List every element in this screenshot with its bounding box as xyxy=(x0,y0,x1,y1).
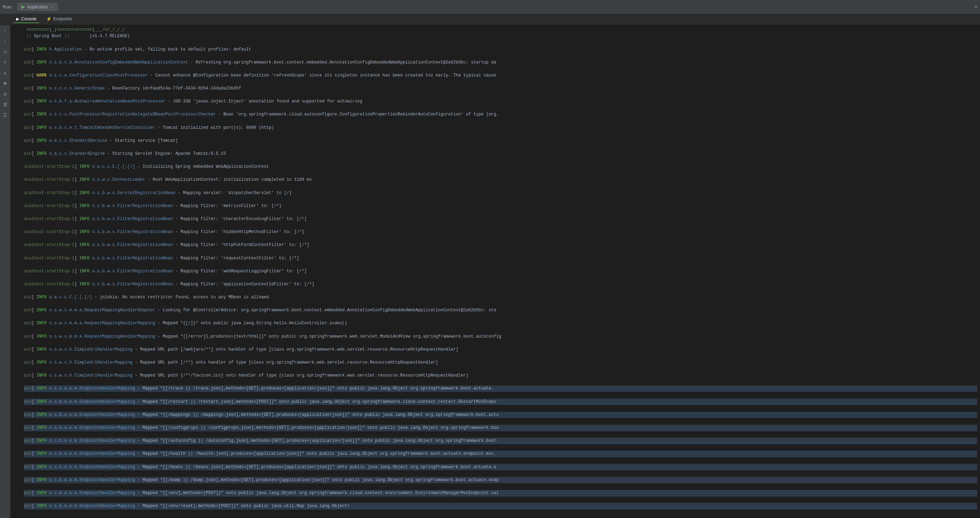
log-line: ocalhost-startStop-1] INFO o.s.b.w.s.Fil… xyxy=(24,281,977,288)
log-line: ain] INFO o.s.b.a.e.m.EndpointHandlerMap… xyxy=(24,451,977,457)
run-label: Run: xyxy=(3,4,12,10)
log-line: ain] WARN o.s.c.a.ConfigurationClassPost… xyxy=(24,72,977,79)
title-bar-left: Run: ▶ Application × xyxy=(3,3,58,11)
log-line: ain] INFO o.a.c.c.C.[.[.[/] - jolokia: N… xyxy=(24,294,977,301)
log-line: ain] INFO o.s.w.s.h.SimpleUrlHandlerMapp… xyxy=(24,359,977,366)
title-bar: Run: ▶ Application × ⚙ xyxy=(0,0,980,14)
log-line: ocalhost-startStop-1] INFO o.s.w.c.Conte… xyxy=(24,177,977,183)
log-line: ocalhost-startStop-1] INFO o.s.b.w.s.Ser… xyxy=(24,190,977,196)
log-line: ain] INFO o.s.c.s.PostProcessorRegistrat… xyxy=(24,111,977,118)
log-line: ain] INFO o.s.w.s.h.SimpleUrlHandlerMapp… xyxy=(24,372,977,379)
log-line: ain] INFO o.s.b.a.e.m.EndpointHandlerMap… xyxy=(24,398,977,405)
endpoints-tab[interactable]: ⚡ Endpoints xyxy=(43,16,75,23)
unfold-button[interactable]: ⇅ xyxy=(2,69,9,77)
log-line: ain] INFO o.s.b.a.e.m.EndpointHandlerMap… xyxy=(24,412,977,418)
console-tab[interactable]: ▶ Console xyxy=(13,16,39,23)
log-line: ain] INFO o.s.c.c.s.GenericScope - BeanF… xyxy=(24,85,977,92)
scroll-up-button[interactable]: ↑ xyxy=(2,27,9,35)
console-tab-icon: ▶ xyxy=(16,16,19,21)
log-line: ain] INFO o.a.c.c.StandardService - Star… xyxy=(24,137,977,144)
main-area: ↑ ↓ ⊙ ≡ ⇅ ■ ⊞ 🗑 ☰ . ____ _ __ _ _ /\\ / … xyxy=(0,25,980,518)
log-line: ocalhost-startStop-1] INFO o.s.b.w.s.Fil… xyxy=(24,255,977,262)
log-line: ain] INFO o.s.b.a.e.m.EndpointHandlerMap… xyxy=(24,425,977,431)
log-line: ocalhost-startStop-1] INFO o.s.b.w.s.Fil… xyxy=(24,216,977,223)
left-toolbar: ↑ ↓ ⊙ ≡ ⇅ ■ ⊞ 🗑 ☰ xyxy=(0,25,11,518)
log-line: ocalhost-startStop-1] INFO o.s.b.w.s.Fil… xyxy=(24,242,977,249)
log-line: ain] INFO o.s.b.a.e.m.EndpointHandlerMap… xyxy=(24,503,977,510)
log-line: ain] INFO o.s.b.a.e.m.EndpointHandlerMap… xyxy=(24,438,977,444)
log-line: ain] INFO o.s.w.s.m.m.a.RequestMappingHa… xyxy=(24,307,977,314)
clear-button[interactable]: 🗑 xyxy=(2,101,9,108)
scroll-down-button[interactable]: ↓ xyxy=(2,38,9,45)
console-tab-label: Console xyxy=(21,16,37,21)
log-line: ain] INFO o.s.b.c.e.AnnotationConfigEmbe… xyxy=(24,59,977,66)
log-line: ain] INFO o.s.b.a.e.m.EndpointHandlerMap… xyxy=(24,385,977,392)
log-line: ocalhost-startStop-1] INFO o.a.c.c.C.[.[… xyxy=(24,164,977,170)
settings-icon[interactable]: ⚙ xyxy=(975,4,977,10)
log-line: ocalhost-startStop-1] INFO o.s.b.w.s.Fil… xyxy=(24,203,977,209)
app-tab-label: Application xyxy=(27,5,48,10)
log-line: ain] INFO o.s.b.f.a.AutowiredAnnotationB… xyxy=(24,98,977,105)
log-line: ain] INFO o.s.b.c.e.t.TomcatEmbeddedServ… xyxy=(24,124,977,131)
log-line: ain] INFO o.a.c.c.StandardEngine - Start… xyxy=(24,151,977,157)
print-button[interactable]: ⊞ xyxy=(2,90,9,98)
log-line: ain] INFO o.s.b.a.e.m.EndpointHandlerMap… xyxy=(24,477,977,484)
log-line: ain] INFO o.s.b.a.e.m.EndpointHandlerMap… xyxy=(24,490,977,497)
app-run-icon: ▶ xyxy=(21,4,25,10)
title-bar-right: ⚙ xyxy=(975,4,977,10)
sub-header: ▶ Console ⚡ Endpoints xyxy=(0,14,980,25)
wrap-button[interactable]: ≡ xyxy=(2,59,9,66)
stop-button[interactable]: ■ xyxy=(2,80,9,88)
log-line: ocalhost-startStop-1] INFO o.s.b.w.s.Fil… xyxy=(24,268,977,275)
log-line: ain] INFO o.s.w.s.m.m.a.RequestMappingHa… xyxy=(24,333,977,340)
endpoints-tab-label: Endpoints xyxy=(53,16,72,21)
log-line: ain] INFO o.s.w.s.h.SimpleUrlHandlerMapp… xyxy=(24,346,977,353)
snapshot-button[interactable]: ⊙ xyxy=(2,48,9,56)
console-output: . ____ _ __ _ _ /\\ / ___'_ __ _ _(_)_ _… xyxy=(11,25,980,518)
filter-button[interactable]: ☰ xyxy=(2,111,9,119)
log-line: ain] INFO o.s.w.s.m.m.a.RequestMappingHa… xyxy=(24,320,977,327)
log-line: ocalhost-startStop-1] INFO o.s.b.w.s.Fil… xyxy=(24,229,977,236)
log-line: ain] INFO o.s.b.a.e.m.EndpointHandlerMap… xyxy=(24,464,977,471)
log-line: ain] INFO h.Application - No active prof… xyxy=(24,46,977,53)
console-wrapper: . ____ _ __ _ _ /\\ / ___'_ __ _ _(_)_ _… xyxy=(11,25,980,518)
app-tab[interactable]: ▶ Application × xyxy=(17,3,57,11)
tab-close-button[interactable]: × xyxy=(51,5,53,9)
endpoints-tab-icon: ⚡ xyxy=(46,16,52,21)
